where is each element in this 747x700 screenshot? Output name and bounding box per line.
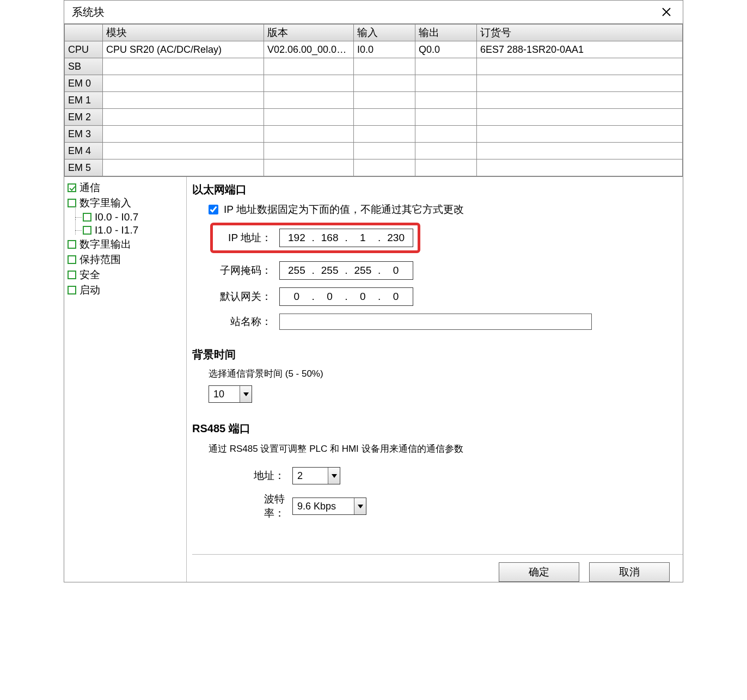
cell-order <box>477 143 683 159</box>
mask-seg-1[interactable] <box>318 265 342 277</box>
titlebar: 系统块 <box>64 1 683 23</box>
cell-output <box>415 126 477 143</box>
rs485-section: RS485 端口 通过 RS485 设置可调整 PLC 和 HMI 设备用来通信… <box>192 421 683 528</box>
table-row[interactable]: EM 4 <box>65 143 683 159</box>
th-input: 输入 <box>354 24 415 41</box>
cell-output <box>415 75 477 92</box>
tree-item[interactable]: I0.0 - I0.7 <box>68 211 183 224</box>
cell-module[interactable] <box>103 143 264 159</box>
tree-item-label: 安全 <box>79 268 100 282</box>
cell-order <box>477 58 683 75</box>
row-label: EM 3 <box>65 126 103 143</box>
close-button[interactable] <box>657 2 676 22</box>
table-row[interactable]: EM 3 <box>65 126 683 143</box>
gateway-label: 默认网关： <box>212 290 272 304</box>
ip-seg-0[interactable] <box>285 232 309 244</box>
bgtime-select[interactable]: 10 <box>209 385 252 403</box>
rs485-desc: 通过 RS485 设置可调整 PLC 和 HMI 设备用来通信的通信参数 <box>209 443 683 455</box>
bgtime-desc: 选择通信背景时间 (5 - 50%) <box>209 367 683 380</box>
tree-item[interactable]: 启动 <box>68 283 183 298</box>
row-label: EM 1 <box>65 92 103 109</box>
gateway-field[interactable]: . . . <box>279 287 413 306</box>
cell-module[interactable] <box>103 109 264 126</box>
chevron-down-icon <box>240 386 252 402</box>
row-label: EM 2 <box>65 109 103 126</box>
button-bar: 确定 取消 <box>192 554 683 582</box>
bgtime-value: 10 <box>213 389 224 400</box>
system-block-dialog: 系统块 模块 版本 输入 输出 订货号 CPUCPU SR20 (AC/DC/R… <box>64 0 683 582</box>
rs485-addr-label: 地址： <box>247 469 285 483</box>
cell-version <box>264 109 354 126</box>
cell-module[interactable] <box>103 126 264 143</box>
chevron-down-icon <box>354 498 366 514</box>
settings-panel: 以太网端口 IP 地址数据固定为下面的值，不能通过其它方式更改 IP 地址： .… <box>187 177 683 582</box>
tree-item[interactable]: 数字里输入 <box>68 195 183 211</box>
mask-seg-3[interactable] <box>384 265 408 277</box>
cell-module[interactable] <box>103 92 264 109</box>
rs485-addr-select[interactable]: 2 <box>292 467 340 484</box>
ip-seg-1[interactable] <box>318 232 342 244</box>
table-row[interactable]: EM 0 <box>65 75 683 92</box>
cell-order <box>477 126 683 143</box>
cell-input <box>354 109 415 126</box>
mask-seg-0[interactable] <box>285 265 309 277</box>
cell-order <box>477 92 683 109</box>
gw-seg-0[interactable] <box>285 291 309 303</box>
table-row[interactable]: CPUCPU SR20 (AC/DC/Relay)V02.06.00_00.00… <box>65 41 683 58</box>
gw-seg-3[interactable] <box>384 291 408 303</box>
cell-module[interactable] <box>103 159 264 176</box>
table-row[interactable]: SB <box>65 58 683 75</box>
cell-output <box>415 92 477 109</box>
ip-seg-2[interactable] <box>351 232 375 244</box>
th-order: 订货号 <box>477 24 683 41</box>
cell-version <box>264 75 354 92</box>
checkbox-icon <box>68 183 76 192</box>
checkbox-icon <box>68 240 76 249</box>
cell-module[interactable] <box>103 58 264 75</box>
ethernet-heading: 以太网端口 <box>192 182 683 197</box>
checkbox-icon <box>68 255 76 264</box>
cell-output <box>415 159 477 176</box>
tree-item[interactable]: 数字里输出 <box>68 237 183 252</box>
subnet-mask-field[interactable]: . . . <box>279 261 413 280</box>
tree-item[interactable]: 通信 <box>68 180 183 195</box>
tree-item[interactable]: 保持范围 <box>68 252 183 267</box>
rs485-baud-label: 波特率： <box>247 492 285 520</box>
ip-fixed-checkbox[interactable] <box>209 205 218 214</box>
ok-button[interactable]: 确定 <box>499 562 579 582</box>
gw-seg-1[interactable] <box>318 291 342 303</box>
ip-fixed-checkbox-row[interactable]: IP 地址数据固定为下面的值，不能通过其它方式更改 <box>209 202 683 217</box>
station-name-input[interactable] <box>279 314 592 330</box>
row-label: EM 4 <box>65 143 103 159</box>
tree-item[interactable]: I1.0 - I1.7 <box>68 224 183 237</box>
cell-order: 6ES7 288-1SR20-0AA1 <box>477 41 683 58</box>
cell-order <box>477 109 683 126</box>
cancel-button[interactable]: 取消 <box>589 562 670 582</box>
cell-version: V02.06.00_00.00... <box>264 41 354 58</box>
row-label: EM 5 <box>65 159 103 176</box>
checkbox-icon <box>83 226 91 235</box>
tree-item-label: 保持范围 <box>79 253 121 267</box>
ip-seg-3[interactable] <box>384 232 408 244</box>
cell-module[interactable] <box>103 75 264 92</box>
cell-input <box>354 58 415 75</box>
dialog-title: 系统块 <box>72 5 105 20</box>
bgtime-heading: 背景时间 <box>192 347 683 362</box>
close-icon <box>662 7 671 17</box>
gw-seg-2[interactable] <box>351 291 375 303</box>
cell-output <box>415 58 477 75</box>
cell-version <box>264 92 354 109</box>
mask-seg-2[interactable] <box>351 265 375 277</box>
table-row[interactable]: EM 2 <box>65 109 683 126</box>
ip-address-field[interactable]: . . . <box>279 229 413 247</box>
tree-item-label: 启动 <box>79 283 100 297</box>
rs485-baud-select[interactable]: 9.6 Kbps <box>292 498 366 515</box>
table-row[interactable]: EM 5 <box>65 159 683 176</box>
cell-module[interactable]: CPU SR20 (AC/DC/Relay) <box>103 41 264 58</box>
tree-item[interactable]: 安全 <box>68 267 183 283</box>
cell-order <box>477 75 683 92</box>
table-row[interactable]: EM 1 <box>65 92 683 109</box>
row-label: SB <box>65 58 103 75</box>
tree-item-label: 通信 <box>79 181 100 195</box>
cell-order <box>477 159 683 176</box>
